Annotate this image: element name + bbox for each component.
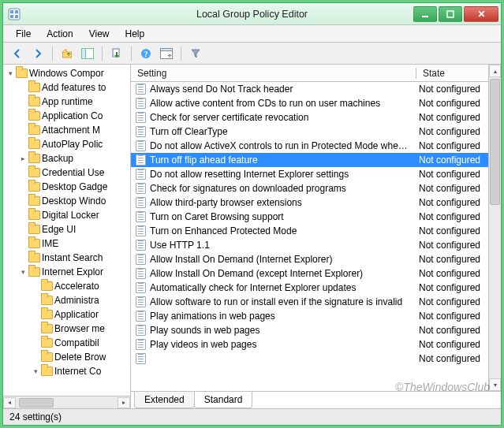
policy-row[interactable]: Allow Install On Demand (except Internet… bbox=[131, 266, 488, 281]
tab-standard[interactable]: Standard bbox=[194, 392, 253, 408]
policy-row[interactable]: Check for signatures on downloaded progr… bbox=[131, 181, 488, 195]
policy-row[interactable]: Do not allow ActiveX controls to run in … bbox=[131, 139, 488, 153]
up-one-level-button[interactable] bbox=[58, 45, 77, 62]
tree-item[interactable]: AutoPlay Polic bbox=[5, 137, 130, 151]
policy-icon bbox=[134, 196, 147, 209]
show-hide-tree-button[interactable] bbox=[78, 45, 97, 62]
policy-row[interactable]: Turn on Caret Browsing supportNot config… bbox=[131, 210, 488, 224]
scroll-down-icon[interactable]: ▾ bbox=[489, 378, 501, 391]
list-v-scrollbar[interactable]: ▴ ▾ bbox=[488, 65, 501, 391]
tree-item[interactable]: Credential Use bbox=[5, 166, 130, 180]
app-icon bbox=[8, 8, 21, 20]
policy-row[interactable]: Check for server certificate revocationN… bbox=[131, 110, 488, 125]
tree-item[interactable]: Accelerato bbox=[5, 279, 130, 293]
expand-icon[interactable]: ▾ bbox=[6, 69, 14, 77]
tree-item[interactable]: Desktop Gadge bbox=[5, 180, 130, 194]
policy-name: Allow third-party browser extensions bbox=[150, 197, 416, 208]
tree-item-label: Internet Co bbox=[54, 366, 101, 377]
policy-icon bbox=[134, 210, 147, 223]
expand-icon[interactable]: ▸ bbox=[19, 154, 27, 162]
policy-row[interactable]: Automatically check for Internet Explore… bbox=[131, 281, 488, 295]
titlebar[interactable]: Local Group Policy Editor bbox=[3, 3, 501, 25]
tree-h-scrollbar[interactable]: ◂ ▸ bbox=[3, 396, 130, 408]
policy-row[interactable]: Not configured bbox=[131, 352, 488, 366]
forward-button[interactable] bbox=[28, 45, 47, 62]
tree-item[interactable]: Add features to bbox=[5, 80, 130, 95]
tree-item[interactable]: Digital Locker bbox=[5, 208, 130, 222]
properties-button[interactable] bbox=[157, 45, 176, 62]
tree-item[interactable]: Attachment M bbox=[5, 123, 130, 137]
scroll-up-icon[interactable]: ▴ bbox=[489, 65, 501, 77]
folder-icon bbox=[41, 310, 53, 319]
column-setting[interactable]: Setting bbox=[131, 68, 416, 79]
scroll-track[interactable] bbox=[489, 77, 501, 378]
filter-button[interactable] bbox=[186, 45, 205, 62]
scroll-thumb[interactable] bbox=[490, 79, 500, 205]
minimize-button[interactable] bbox=[413, 6, 437, 22]
tree-item[interactable]: Delete Brow bbox=[5, 350, 130, 364]
tree-item[interactable]: Instant Search bbox=[5, 251, 130, 265]
tree-item[interactable]: Edge UI bbox=[5, 222, 130, 236]
policy-row[interactable]: Play sounds in web pagesNot configured bbox=[131, 323, 488, 337]
expand-icon[interactable]: ▾ bbox=[32, 367, 39, 375]
help-button[interactable]: ? bbox=[136, 45, 155, 62]
policy-icon bbox=[134, 154, 147, 166]
column-state[interactable]: State bbox=[416, 68, 488, 79]
policy-icon bbox=[134, 324, 147, 337]
policy-icon bbox=[134, 338, 147, 351]
policy-row[interactable]: Allow active content from CDs to run on … bbox=[131, 96, 488, 110]
tree-item[interactable]: Compatibil bbox=[5, 336, 130, 350]
tree-item[interactable]: IME bbox=[5, 236, 130, 251]
policy-row[interactable]: Allow software to run or install even if… bbox=[131, 295, 488, 309]
policy-row[interactable]: Play videos in web pagesNot configured bbox=[131, 337, 488, 352]
policy-row[interactable]: Do not allow resetting Internet Explorer… bbox=[131, 167, 488, 181]
tree-item[interactable]: Applicatior bbox=[5, 307, 130, 322]
policy-icon bbox=[134, 111, 147, 124]
menu-action[interactable]: Action bbox=[40, 27, 79, 41]
scroll-track[interactable] bbox=[16, 397, 118, 408]
policy-row[interactable]: Always send Do Not Track headerNot confi… bbox=[131, 82, 488, 96]
folder-icon bbox=[41, 338, 53, 348]
policy-name: Turn on Enhanced Protected Mode bbox=[150, 225, 416, 236]
policy-row[interactable]: Play animations in web pagesNot configur… bbox=[131, 309, 488, 323]
policy-name: Allow Install On Demand (except Internet… bbox=[150, 268, 416, 279]
tree-item[interactable]: Desktop Windo bbox=[5, 194, 130, 208]
tree-item[interactable]: Administra bbox=[5, 293, 130, 307]
back-button[interactable] bbox=[8, 45, 27, 62]
tree-item[interactable]: App runtime bbox=[5, 95, 130, 109]
export-list-button[interactable] bbox=[107, 45, 126, 62]
expand-icon[interactable]: ▾ bbox=[19, 268, 27, 276]
tree-item[interactable]: Application Co bbox=[5, 109, 130, 123]
policy-row[interactable]: Turn on Enhanced Protected ModeNot confi… bbox=[131, 224, 488, 238]
tab-extended[interactable]: Extended bbox=[134, 392, 195, 408]
policy-row[interactable]: Use HTTP 1.1Not configured bbox=[131, 238, 488, 252]
folder-icon bbox=[41, 367, 53, 376]
tree-item-label: Instant Search bbox=[42, 252, 103, 263]
policy-state: Not configured bbox=[416, 126, 488, 137]
svg-rect-5 bbox=[422, 16, 428, 17]
policy-row[interactable]: Allow Install On Demand (Internet Explor… bbox=[131, 252, 488, 266]
folder-icon bbox=[28, 125, 40, 135]
policy-state: Not configured bbox=[416, 225, 488, 236]
tree-item[interactable]: ▾Windows Compor bbox=[5, 66, 130, 80]
policy-row[interactable]: Turn off ClearTypeNot configured bbox=[131, 125, 488, 139]
close-button[interactable] bbox=[464, 6, 498, 22]
scroll-thumb[interactable] bbox=[19, 398, 54, 408]
tree-item-label: App runtime bbox=[42, 96, 93, 107]
scroll-right-icon[interactable]: ▸ bbox=[118, 397, 130, 408]
policy-name: Turn off flip ahead feature bbox=[150, 154, 416, 166]
tree-item-label: Internet Explor bbox=[42, 266, 103, 277]
tree-item[interactable]: ▾Internet Explor bbox=[5, 265, 130, 279]
tree-item[interactable]: ▸Backup bbox=[5, 151, 130, 166]
policy-row[interactable]: Turn off flip ahead featureNot configure… bbox=[131, 153, 488, 167]
policy-row[interactable]: Allow third-party browser extensionsNot … bbox=[131, 195, 488, 210]
tree-view[interactable]: ▾Windows ComporAdd features toApp runtim… bbox=[3, 65, 130, 396]
tree-item[interactable]: Browser me bbox=[5, 322, 130, 336]
maximize-button[interactable] bbox=[439, 6, 462, 22]
tree-item[interactable]: ▾Internet Co bbox=[5, 364, 130, 378]
menu-view[interactable]: View bbox=[83, 27, 116, 41]
menu-help[interactable]: Help bbox=[119, 27, 151, 41]
policy-state: Not configured bbox=[416, 211, 488, 222]
menu-file[interactable]: File bbox=[9, 27, 37, 41]
scroll-left-icon[interactable]: ◂ bbox=[3, 397, 16, 408]
